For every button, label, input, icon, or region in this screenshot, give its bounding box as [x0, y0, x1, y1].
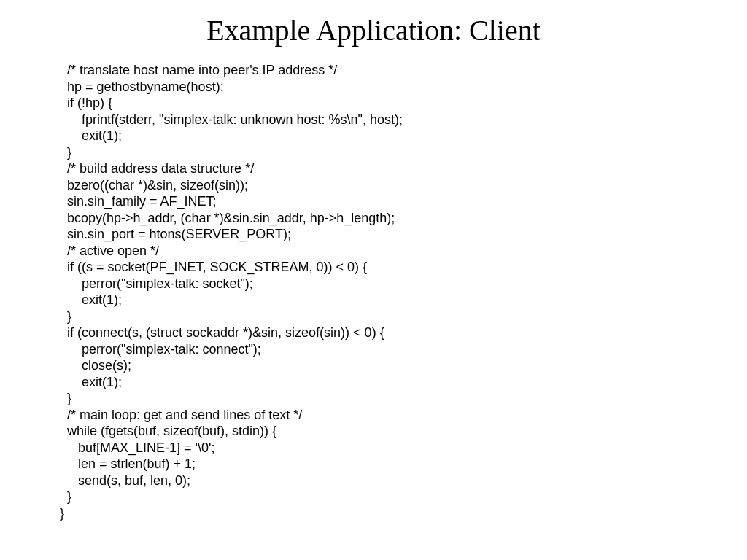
code-listing: /* translate host name into peer's IP ad… [0, 62, 747, 521]
page-title: Example Application: Client [0, 0, 747, 62]
